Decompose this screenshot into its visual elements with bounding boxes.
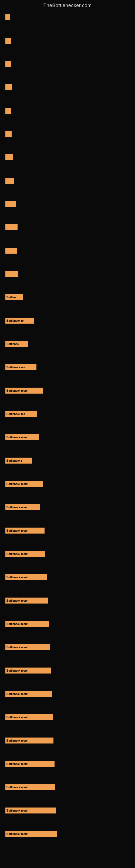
bar-row xyxy=(5,224,130,231)
bar-fill-text: Bottleneck result xyxy=(6,483,28,486)
bar-row: Bottleneck result xyxy=(5,737,130,744)
bar-fill-text: Bottleneck res xyxy=(6,412,25,415)
bar-fill: Bottleneck res xyxy=(5,411,37,417)
bar-fill-text: Bottleneck resu xyxy=(6,506,27,509)
bar-row xyxy=(5,271,130,278)
bar-row: Bottleneck result xyxy=(5,644,130,651)
bar-fill: Bottleneck result xyxy=(5,807,56,813)
bar-row: Bottleneck result xyxy=(5,574,130,581)
bar-fill: Bottleneck r xyxy=(5,458,32,464)
bar-fill-text: Bottleneck result xyxy=(6,739,28,742)
bar-row xyxy=(5,247,130,254)
bar-fill: Bottleneck result xyxy=(5,388,43,394)
bar-fill: Bottleneck result xyxy=(5,714,53,720)
bar-row: Bottleneck result xyxy=(5,760,130,767)
bar-fill-text: Bottleneck result xyxy=(6,809,28,812)
bar-row: Bottlenec xyxy=(5,340,130,347)
bar-fill-text: Bottleneck result xyxy=(6,669,28,672)
bar-fill-text: Bottlen xyxy=(6,296,16,299)
bar-fill: Bottleneck result xyxy=(5,644,50,650)
bar-fill xyxy=(5,154,13,160)
bar-fill-text: Bottleneck result xyxy=(6,529,28,532)
bar-fill-text: Bottlenec xyxy=(6,343,19,346)
bar-row xyxy=(5,14,130,21)
bar-fill: Bottleneck result xyxy=(5,621,49,627)
bar-row: Bottleneck result xyxy=(5,480,130,488)
bar-row: Bottleneck result xyxy=(5,714,130,721)
bar-row xyxy=(5,107,130,114)
bar-fill-text: Bottleneck result xyxy=(6,833,28,835)
bar-row: Bottleneck resu xyxy=(5,434,130,441)
bar-fill-text: Bottleneck r xyxy=(6,459,22,462)
bar-fill: Bottleneck result xyxy=(5,831,57,837)
bar-fill xyxy=(5,108,11,114)
bar-fill: Bottlen xyxy=(5,294,23,300)
bar-row: Bottleneck result xyxy=(5,620,130,627)
bar-fill: Bottleneck result xyxy=(5,668,51,674)
bar-fill xyxy=(5,224,17,230)
bar-fill-text: Bottleneck result xyxy=(6,786,28,789)
bar-fill: Bottleneck result xyxy=(5,738,53,744)
bar-row: Bottleneck result xyxy=(5,667,130,674)
bar-fill: Bottleneck result xyxy=(5,574,47,580)
bar-row: Bottleneck result xyxy=(5,690,130,698)
bar-row: Bottleneck result xyxy=(5,387,130,394)
bar-row: Bottlen xyxy=(5,294,130,301)
bar-row: Bottleneck res xyxy=(5,410,130,417)
bar-row: Bottleneck resu xyxy=(5,504,130,511)
bar-row xyxy=(5,154,130,161)
bar-fill: Bottleneck result xyxy=(5,528,45,533)
bar-fill: Bottleneck result xyxy=(5,597,48,603)
bar-row: Bottleneck re xyxy=(5,317,130,324)
bar-fill: Bottleneck resu xyxy=(5,504,40,510)
bar-fill xyxy=(5,201,16,207)
bar-row xyxy=(5,200,130,208)
bar-fill xyxy=(5,248,17,254)
bar-fill-text: Bottleneck result xyxy=(6,763,28,766)
bar-row xyxy=(5,84,130,91)
bar-fill-text: Bottleneck result xyxy=(6,389,28,392)
bar-fill-text: Bottleneck result xyxy=(6,692,28,695)
bar-fill-text: Bottleneck resu xyxy=(6,436,27,439)
bar-fill: Bottleneck result xyxy=(5,784,55,790)
bar-row: Bottleneck result xyxy=(5,550,130,557)
bar-row: Bottleneck result xyxy=(5,807,130,814)
bar-fill: Bottleneck result xyxy=(5,691,52,697)
bar-row: Bottleneck result xyxy=(5,830,130,837)
bar-row: Bottleneck result xyxy=(5,784,130,791)
bar-row xyxy=(5,61,130,67)
bar-fill xyxy=(5,14,10,20)
bar-fill-text: Bottleneck result xyxy=(6,716,28,719)
bar-fill-text: Bottleneck result xyxy=(6,576,28,579)
bar-fill: Bottleneck result xyxy=(5,481,43,487)
chart-area: BottlenBottleneck reBottlenecBottleneck … xyxy=(0,10,135,859)
site-title: TheBottlenecker.com xyxy=(0,0,135,10)
bar-fill: Bottleneck re xyxy=(5,318,34,323)
bar-row: Bottleneck result xyxy=(5,527,130,534)
bar-fill-text: Bottleneck res xyxy=(6,366,25,369)
bar-fill-text: Bottleneck result xyxy=(6,646,28,649)
bar-fill: Bottleneck result xyxy=(5,551,45,557)
bar-fill-text: Bottleneck re xyxy=(6,319,24,322)
bar-fill: Bottleneck resu xyxy=(5,434,39,440)
bar-fill: Bottleneck res xyxy=(5,364,37,370)
bar-fill-text: Bottleneck result xyxy=(6,599,28,602)
bar-fill-text: Bottleneck result xyxy=(6,553,28,556)
bar-row: Bottleneck r xyxy=(5,457,130,464)
bar-fill xyxy=(5,178,14,184)
bar-fill-text: Bottleneck result xyxy=(6,622,28,625)
bar-fill xyxy=(5,84,12,90)
bar-row: Bottleneck res xyxy=(5,364,130,371)
bar-row xyxy=(5,37,130,44)
bar-fill: Bottlenec xyxy=(5,341,28,347)
bar-row xyxy=(5,177,130,184)
bar-fill: Bottleneck result xyxy=(5,761,54,767)
bar-row: Bottleneck result xyxy=(5,597,130,604)
bar-fill xyxy=(5,131,12,137)
bar-fill xyxy=(5,38,11,44)
bar-fill xyxy=(5,61,11,67)
bar-fill xyxy=(5,271,18,277)
bar-row xyxy=(5,130,130,137)
